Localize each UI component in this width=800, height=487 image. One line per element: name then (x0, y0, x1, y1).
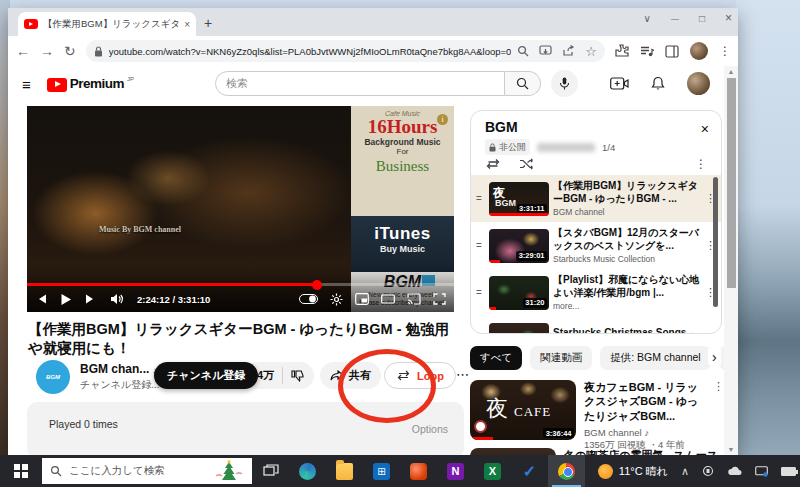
voice-search-button[interactable] (551, 70, 578, 97)
playlist-shuffle-icon[interactable] (519, 158, 535, 170)
tray-update-icon[interactable] (702, 465, 714, 477)
chip-all[interactable]: すべて (470, 346, 522, 370)
onenote-icon: N (447, 463, 464, 480)
share-arrow-icon (330, 370, 344, 381)
channel-avatar[interactable]: BGM (36, 360, 70, 394)
taskbar-excel[interactable]: X (474, 455, 511, 487)
play-button[interactable] (60, 293, 72, 306)
miniplayer-icon[interactable] (355, 293, 369, 305)
cast-icon[interactable] (407, 293, 421, 305)
taskbar-office[interactable] (400, 455, 437, 487)
hamburger-menu-icon[interactable]: ≡ (22, 76, 31, 93)
search-icon[interactable] (517, 45, 529, 57)
theater-mode-icon[interactable] (381, 293, 395, 305)
playlist-menu-icon[interactable]: ⋮ (695, 157, 707, 171)
youtube-premium-logo[interactable]: Premium JP (47, 76, 134, 92)
taskbar-explorer[interactable] (326, 455, 363, 487)
youtube-page: ≡ Premium JP 検索 (8, 66, 738, 455)
back-button[interactable]: ← (16, 44, 30, 58)
wallpaper-right (736, 0, 800, 455)
info-icon[interactable]: i (437, 114, 448, 125)
address-bar[interactable]: youtube.com/watch?v=NKN6yZz0qls&list=PLA… (86, 40, 605, 62)
next-button[interactable] (85, 293, 97, 305)
start-button[interactable] (0, 464, 42, 478)
looper-panel: Played 0 times Options (27, 402, 464, 455)
share-button[interactable]: 共有 (320, 362, 381, 389)
drag-handle-icon[interactable]: = (473, 290, 485, 295)
related-menu-icon[interactable]: ⋮ (713, 380, 724, 393)
subscribe-button[interactable]: チャンネル登録 (154, 362, 258, 389)
taskbar-search-input[interactable]: ここに入力して検索 (42, 458, 252, 484)
playlist-item[interactable]: = Starbucks Christmas Songs - クリスマスの雰囲気で… (471, 316, 721, 333)
create-video-icon[interactable] (610, 77, 629, 91)
drag-handle-icon[interactable]: = (473, 196, 485, 201)
share-icon[interactable] (562, 45, 575, 57)
maximize-button[interactable]: □ (699, 13, 705, 24)
fullscreen-icon[interactable] (433, 293, 446, 305)
taskbar-chrome-active[interactable] (548, 455, 585, 487)
drag-handle-icon[interactable]: = (473, 243, 485, 248)
looper-extension-icon[interactable] (640, 45, 654, 58)
playlist-loop-icon[interactable] (485, 158, 501, 170)
new-tab-button[interactable]: + (204, 15, 212, 31)
time-display: 2:24:12 / 3:31:10 (137, 294, 210, 305)
playlist-scrollbar[interactable] (713, 177, 718, 307)
loop-button[interactable]: Loop (384, 362, 456, 389)
forward-button[interactable]: → (40, 44, 54, 58)
yt-search-input[interactable]: 検索 (215, 71, 505, 96)
tab-close-icon[interactable]: × (184, 19, 190, 30)
chips-next-icon[interactable]: › (708, 349, 721, 365)
filter-chips: すべて 関連動画 提供: BGM channel ラ (470, 346, 730, 372)
browser-tab[interactable]: 【作業用BGM】リラックスギターBGM × (18, 12, 196, 36)
yt-profile-avatar[interactable] (687, 72, 710, 95)
channel-name[interactable]: BGM chan... ♪ (80, 362, 157, 376)
scroll-up-icon[interactable]: ▲ (724, 68, 738, 75)
browser-menu-icon[interactable]: ⋮ (719, 44, 731, 58)
tab-search-icon[interactable]: ∨ (644, 13, 651, 24)
privacy-badge: 非公開 (485, 139, 530, 155)
display-cast-icon[interactable] (755, 466, 768, 477)
install-app-icon[interactable] (539, 45, 552, 57)
minimize-button[interactable]: — (671, 14, 679, 23)
notifications-bell-icon[interactable] (651, 76, 665, 91)
reload-button[interactable]: ↻ (64, 44, 76, 58)
settings-gear-icon[interactable] (330, 293, 343, 306)
playlist-item[interactable]: = 31:20 【Playlist】邪魔にならない心地よい洋楽/作業用/bgm … (471, 269, 721, 316)
chip-from-channel[interactable]: 提供: BGM channel (600, 346, 710, 370)
tray-chevron-icon[interactable]: ∧ (681, 465, 689, 478)
browser-window: 【作業用BGM】リラックスギターBGM × + ∨ — □ × ← → ↻ yo… (8, 8, 738, 455)
battery-icon[interactable] (781, 467, 796, 476)
more-actions-button[interactable]: ⋯ (456, 367, 470, 382)
autoplay-toggle[interactable] (299, 294, 318, 304)
channel-row: BGM BGM chan... ♪ チャンネル登録... チャンネル登録 .4万… (28, 359, 464, 397)
previous-button[interactable] (35, 293, 47, 305)
related-video[interactable]: 夜CAFE 3:36:44 夜カフェBGM - リラックスジャズBGM - ゆっ… (470, 380, 724, 452)
taskbar-todo[interactable]: ✓ (511, 455, 548, 487)
playlist-close-icon[interactable]: × (701, 121, 709, 137)
taskbar-store[interactable]: ⊞ (363, 455, 400, 487)
bookmark-star-icon[interactable]: ☆ (585, 44, 597, 59)
scrollbar-thumb[interactable] (727, 78, 736, 288)
yt-search-button[interactable] (505, 71, 541, 96)
side-panel-icon[interactable] (665, 45, 679, 58)
video-player[interactable]: Cafe Music i 16Hours Background Music Fo… (27, 106, 454, 312)
dislike-icon[interactable] (291, 370, 304, 382)
related-title: 夜カフェBGM - リラックスジャズBGM - ゆったりジャズBGM... (584, 380, 708, 423)
looper-options-link[interactable]: Options (412, 423, 448, 435)
browser-profile-avatar[interactable] (690, 42, 708, 60)
taskbar-weather[interactable]: 11°C 晴れ (598, 464, 668, 479)
scroll-down-icon[interactable]: ▼ (724, 446, 738, 453)
page-scrollbar[interactable]: ▲ ▼ (724, 66, 738, 455)
chip-related[interactable]: 関連動画 (530, 346, 592, 370)
onedrive-cloud-icon[interactable] (727, 466, 742, 476)
loop-arrows-icon (396, 370, 411, 381)
close-button[interactable]: × (725, 11, 732, 25)
overlay-card-16hours[interactable]: Cafe Music i 16Hours Background Music Fo… (351, 106, 454, 216)
volume-icon[interactable] (110, 293, 124, 305)
playlist-item[interactable]: = 3:29:01 【スタバBGM】12月のスターバックスのベストソングを...… (471, 222, 721, 269)
taskbar-onenote[interactable]: N (437, 455, 474, 487)
playlist-item-current[interactable]: = 夜BGM 3:31:11 【作業用BGM】リラックスギターBGM - ゆった… (471, 175, 721, 222)
taskbar-edge[interactable] (289, 455, 326, 487)
extensions-puzzle-icon[interactable] (615, 44, 629, 58)
task-view-button[interactable] (252, 455, 289, 487)
